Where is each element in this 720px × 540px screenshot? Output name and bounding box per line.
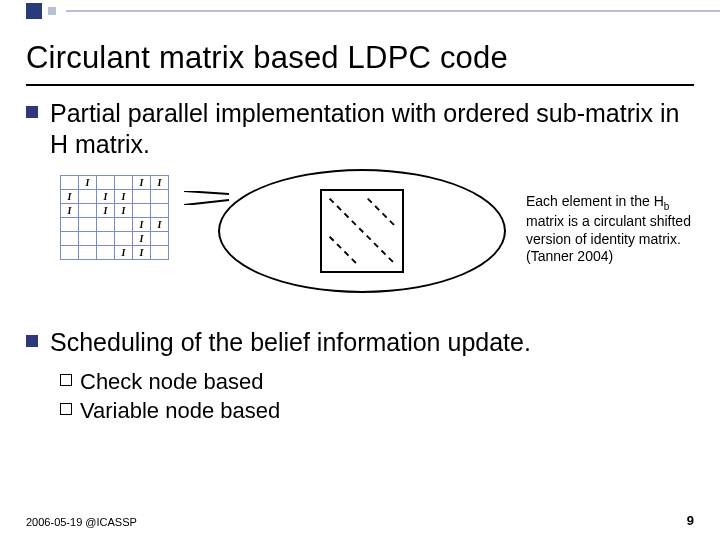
caption-segment: Each element in the H <box>526 193 664 209</box>
svg-line-2 <box>330 237 357 264</box>
callout-tail <box>184 191 234 205</box>
page-number: 9 <box>687 513 694 528</box>
matrix-cell <box>97 246 115 260</box>
matrix-cell: I <box>115 190 133 204</box>
hollow-bullet-icon <box>60 403 72 415</box>
matrix-cell: I <box>97 190 115 204</box>
bullet-text: Scheduling of the belief information upd… <box>50 327 531 358</box>
matrix-cell <box>61 246 79 260</box>
bullet-icon <box>26 335 38 347</box>
matrix-cell <box>115 232 133 246</box>
matrix-cell: I <box>115 246 133 260</box>
matrix-cell <box>79 232 97 246</box>
footer-date-venue: 2006-05-19 @ICASSP <box>26 516 137 528</box>
matrix-cell <box>151 204 169 218</box>
matrix-cell: I <box>151 218 169 232</box>
slide-title: Circulant matrix based LDPC code <box>26 40 694 76</box>
sub-text: Check node based <box>80 368 263 396</box>
matrix-cell: I <box>133 218 151 232</box>
sub-list: Check node based Variable node based <box>60 368 694 425</box>
matrix-cell <box>61 218 79 232</box>
diagram-caption: Each element in the Hb matrix is a circu… <box>526 193 706 266</box>
matrix-cell <box>79 246 97 260</box>
matrix-cell: I <box>115 204 133 218</box>
callout-ellipse <box>218 169 506 293</box>
matrix-cell <box>133 204 151 218</box>
caption-segment: matrix is a circulant shifted version of… <box>526 213 691 264</box>
matrix-cell <box>97 176 115 190</box>
header-decoration <box>0 0 720 22</box>
hb-matrix-grid: IIIIIIIIIIIIII <box>60 175 180 260</box>
bullet-icon <box>26 106 38 118</box>
matrix-cell: I <box>151 176 169 190</box>
matrix-cell: I <box>79 176 97 190</box>
matrix-cell <box>79 218 97 232</box>
sub-item-1: Check node based <box>60 368 694 396</box>
matrix-cell <box>115 218 133 232</box>
sub-text: Variable node based <box>80 397 280 425</box>
bullet-item-2: Scheduling of the belief information upd… <box>26 327 694 358</box>
hollow-bullet-icon <box>60 374 72 386</box>
matrix-cell <box>97 232 115 246</box>
footer: 2006-05-19 @ICASSP 9 <box>26 513 694 528</box>
slide-body: Partial parallel implementation with ord… <box>26 98 694 427</box>
header-square-small <box>48 7 56 15</box>
matrix-cell <box>61 176 79 190</box>
matrix-cell: I <box>133 176 151 190</box>
matrix-cell: I <box>133 246 151 260</box>
sub-item-2: Variable node based <box>60 397 694 425</box>
diagram: IIIIIIIIIIIIII Each element in the Hb ma… <box>26 169 694 309</box>
matrix-cell <box>97 218 115 232</box>
bullet-item-1: Partial parallel implementation with ord… <box>26 98 694 159</box>
title-underline <box>26 84 694 86</box>
matrix-cell <box>79 190 97 204</box>
matrix-cell: I <box>97 204 115 218</box>
matrix-cell <box>151 190 169 204</box>
matrix-cell <box>133 190 151 204</box>
matrix-cell <box>79 204 97 218</box>
matrix-cell: I <box>61 190 79 204</box>
matrix-cell <box>151 232 169 246</box>
header-square-big <box>26 3 42 19</box>
matrix-cell <box>151 246 169 260</box>
circulant-square <box>320 189 404 273</box>
bullet-text: Partial parallel implementation with ord… <box>50 98 694 159</box>
header-line <box>66 10 720 12</box>
caption-subscript: b <box>664 201 670 212</box>
matrix-cell <box>61 232 79 246</box>
svg-line-1 <box>368 199 395 226</box>
matrix-cell: I <box>61 204 79 218</box>
svg-line-0 <box>330 199 395 264</box>
matrix-cell: I <box>133 232 151 246</box>
matrix-cell <box>115 176 133 190</box>
